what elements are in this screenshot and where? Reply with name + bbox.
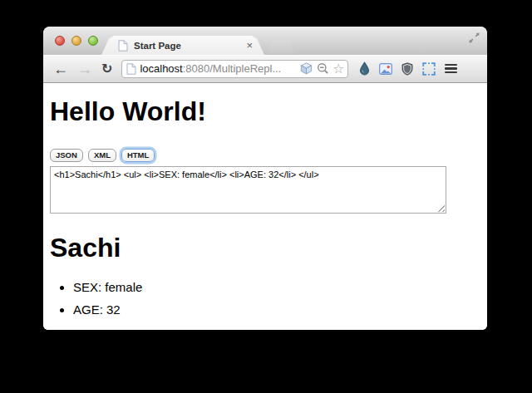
zoom-out-icon[interactable] [317, 62, 329, 75]
xml-button[interactable]: XML [88, 149, 116, 162]
bookmark-star-icon[interactable]: ☆ [332, 62, 344, 76]
result-list: SEX: female AGE: 32 [50, 278, 480, 319]
page-icon [118, 40, 128, 52]
close-window-button[interactable] [55, 36, 65, 46]
minimize-window-button[interactable] [71, 36, 81, 46]
back-button[interactable]: ← [53, 61, 68, 76]
screenshot-extension-icon[interactable] [379, 63, 392, 75]
tab-start-page[interactable]: Start Page × [101, 36, 264, 55]
zoom-window-button[interactable] [88, 36, 98, 46]
toolbar: ← → ↻ localhost:8080/MultipleRepl... ☆ [43, 55, 487, 83]
result-heading: Sachi [50, 234, 480, 263]
desktop: { "browser": { "tab_title": "Start Page"… [0, 0, 532, 393]
json-button[interactable]: JSON [50, 149, 83, 162]
titlebar: Start Page × [43, 27, 487, 55]
forward-button[interactable]: → [77, 61, 92, 76]
menu-icon[interactable] [445, 64, 457, 74]
page-icon [126, 63, 136, 75]
tab-close-icon[interactable]: × [246, 40, 253, 51]
cube-extension-icon[interactable] [299, 61, 313, 76]
page-title: Hello World! [50, 97, 480, 126]
new-tab-button[interactable] [268, 41, 294, 54]
html-button[interactable]: HTML [121, 149, 155, 162]
url-path: :8080/MultipleRepl... [183, 62, 282, 75]
tab-title: Start Page [134, 41, 240, 51]
url-host: localhost [140, 62, 182, 75]
page-content: Hello World! JSON XML HTML <h1>Sachi</h1… [43, 97, 487, 330]
droplet-extension-icon[interactable] [359, 61, 370, 76]
list-item: AGE: 32 [73, 301, 480, 319]
reload-button[interactable]: ↻ [101, 62, 112, 76]
browser-window: Start Page × ← → ↻ localhost:8080/Multi [43, 27, 487, 330]
url-text: localhost:8080/MultipleRepl... [140, 62, 296, 75]
expand-window-icon[interactable] [468, 32, 480, 44]
shield-extension-icon[interactable] [401, 62, 413, 76]
output-textarea-wrap: <h1>Sachi</h1> <ul> <li>SEX: female</li>… [50, 166, 446, 214]
selection-capture-icon[interactable] [422, 62, 436, 76]
list-item: SEX: female [73, 278, 480, 297]
format-button-row: JSON XML HTML [50, 149, 480, 162]
address-bar[interactable]: localhost:8080/MultipleRepl... ☆ [121, 60, 348, 78]
traffic-lights [55, 36, 98, 46]
output-textarea[interactable]: <h1>Sachi</h1> <ul> <li>SEX: female</li>… [50, 166, 446, 214]
